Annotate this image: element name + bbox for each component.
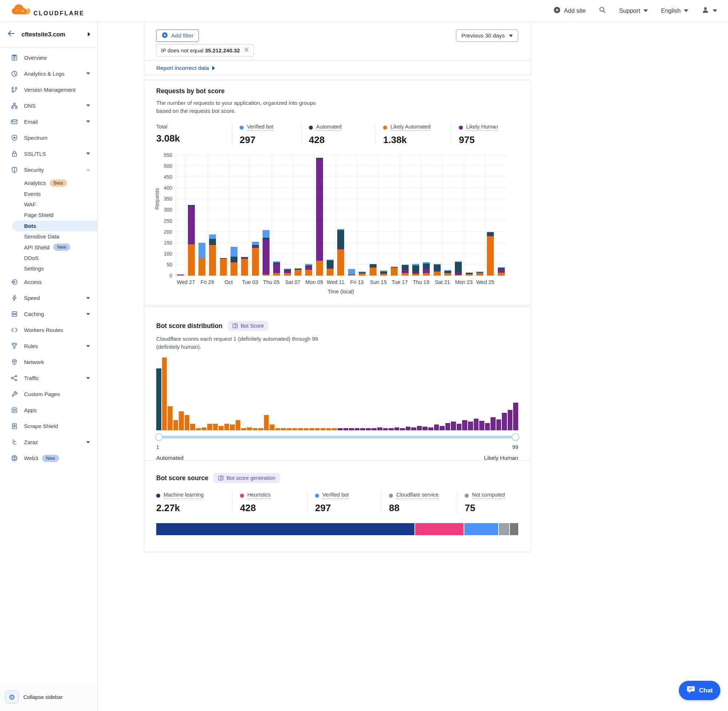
source-segment-cloudflare-service[interactable] [499,523,509,535]
stacked-bar[interactable] [209,235,216,276]
hist-bar-likely-automated[interactable] [213,424,218,430]
source-segment-heuristics[interactable] [415,523,464,535]
stacked-bar[interactable] [305,264,312,276]
sidebar-item-spectrum[interactable]: Spectrum [0,130,97,146]
hist-bar-likely-human[interactable] [508,410,513,430]
sidebar-subitem-sensitive-data[interactable]: Sensitive Data [0,231,97,242]
add-filter-button[interactable]: Add filter [156,30,199,42]
hist-bar-likely-human[interactable] [371,428,377,430]
hist-bar-likely-human[interactable] [468,422,473,430]
sidebar-item-overview[interactable]: Overview [0,50,97,65]
stacked-bar[interactable] [444,270,451,276]
sidebar-item-version-management[interactable]: Version Management [0,81,97,97]
source-segment-verified-bot[interactable] [464,523,498,535]
close-icon[interactable] [244,47,249,53]
sidebar-item-rules[interactable]: Rules [0,338,97,354]
hist-bar-likely-human[interactable] [485,423,490,430]
hist-bar-likely-human[interactable] [338,428,343,430]
add-site-button[interactable]: Add site [554,7,586,15]
hist-bar-likely-automated[interactable] [315,428,320,430]
back-arrow-icon[interactable] [7,29,16,39]
account-menu[interactable] [701,6,717,15]
sidebar-subitem-ddos[interactable]: DDoS [0,253,97,263]
date-range-dropdown[interactable]: Previous 30 days [456,30,518,42]
stacked-bar[interactable] [188,205,195,276]
support-menu[interactable]: Support [619,7,648,14]
slider-track[interactable] [156,436,518,438]
stacked-bar[interactable] [230,247,238,276]
sidebar-item-custom-pages[interactable]: Custom Pages [0,386,97,402]
hist-bar-likely-human[interactable] [349,428,354,430]
sidebar-subitem-bots[interactable]: Bots [12,221,97,231]
hist-bar-likely-automated[interactable] [286,428,292,430]
stacked-bar[interactable] [466,273,473,276]
sidebar-item-zaraz[interactable]: Zaraz [0,434,97,450]
stacked-bar[interactable] [220,258,227,276]
cloudflare-logo[interactable]: CLOUDFLARE [11,4,84,18]
hist-bar-likely-automated[interactable] [167,406,173,430]
hist-bar-likely-automated[interactable] [332,428,337,430]
sidebar-item-ssl-tls[interactable]: SSL/TLS [0,146,97,162]
sidebar-item-caching[interactable]: Caching [0,306,97,322]
hist-bar-likely-automated[interactable] [298,428,303,430]
sidebar-subitem-analytics[interactable]: AnalyticsBeta [0,178,97,188]
sidebar-item-scrape-shield[interactable]: Scrape Shield [0,418,97,434]
hist-bar-likely-human[interactable] [355,428,360,430]
hist-bar-likely-automated[interactable] [196,428,201,430]
slider-handle-min[interactable] [155,433,163,441]
hist-bar-likely-automated[interactable] [326,428,331,430]
sidebar-subitem-waf[interactable]: WAF [0,199,97,210]
hist-bar-likely-automated[interactable] [190,424,195,430]
sidebar-item-email[interactable]: Email [0,114,97,130]
stacked-bar[interactable] [402,265,409,276]
stacked-bar[interactable] [252,242,259,276]
sidebar-subitem-page-shield[interactable]: Page Shield [0,210,97,220]
sidebar-subitem-settings[interactable]: Settings [0,263,97,274]
sidebar-item-security[interactable]: Security [0,162,97,178]
hist-bar-likely-human[interactable] [400,428,405,430]
hist-bar-likely-automated[interactable] [281,428,286,430]
stacked-bar[interactable] [273,261,280,276]
hist-bar-likely-automated[interactable] [269,425,275,430]
stacked-bar[interactable] [423,262,430,276]
hist-bar-likely-automated[interactable] [253,428,258,430]
hist-bar-likely-human[interactable] [422,427,428,430]
sidebar-item-speed[interactable]: Speed [0,290,97,306]
source-segment-machine-learning[interactable] [156,523,415,535]
sidebar-subitem-api-shield[interactable]: API ShieldNew [0,242,97,252]
hist-bar-likely-automated[interactable] [241,428,246,430]
hist-bar-likely-human[interactable] [496,419,502,430]
slider-handle-max[interactable] [512,433,519,441]
hist-bar-likely-human[interactable] [440,426,444,430]
hist-bar-likely-automated[interactable] [185,415,190,430]
stacked-bar[interactable] [487,232,494,276]
stacked-bar[interactable] [284,268,291,276]
hist-bar-likely-human[interactable] [383,428,388,430]
stacked-bar[interactable] [455,261,462,276]
hist-bar-likely-automated[interactable] [230,425,235,430]
hist-bar-likely-automated[interactable] [320,428,326,430]
sidebar-item-traffic[interactable]: Traffic [0,370,97,386]
hist-bar-likely-human[interactable] [388,428,394,430]
hist-bar-likely-human[interactable] [462,420,467,430]
report-incorrect-data-link[interactable]: Report incorrect data [156,65,215,71]
hist-bar-likely-human[interactable] [445,423,450,430]
stacked-bar[interactable] [198,243,205,276]
chat-button[interactable]: Chat [679,681,721,700]
stacked-bar[interactable] [241,257,248,276]
hist-bar-likely-automated[interactable] [224,424,229,430]
hist-bar-likely-automated[interactable] [275,428,281,430]
hist-bar-likely-human[interactable] [377,428,382,430]
hist-bar-likely-human[interactable] [417,426,422,430]
collapse-sidebar[interactable]: ⚙ Collapse sidebar [0,683,97,711]
stacked-bar[interactable] [263,230,269,276]
hist-bar-likely-automated[interactable] [162,357,167,430]
hist-bar-likely-automated[interactable] [202,428,207,430]
hist-bar-likely-automated[interactable] [292,428,298,430]
chevron-right-icon[interactable] [88,32,90,36]
sidebar-item-analytics-logs[interactable]: Analytics & Logs [0,65,97,81]
hist-bar-likely-automated[interactable] [258,428,263,430]
bot-score-badge[interactable]: Bot Score [227,321,269,331]
hist-bar-likely-human[interactable] [474,419,479,430]
hist-bar-likely-human[interactable] [366,428,371,430]
